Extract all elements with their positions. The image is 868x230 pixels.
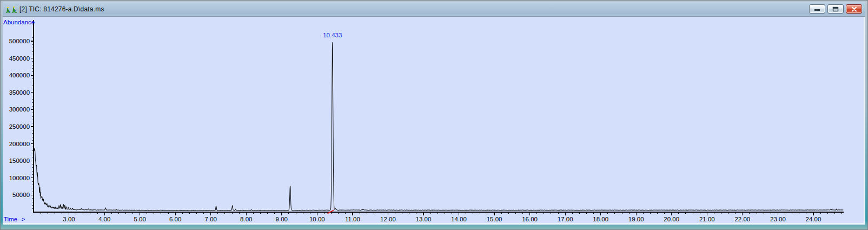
minimize-icon [814,6,820,11]
x-tick-label: 7.00 [205,216,217,222]
x-tick-label: 22.00 [734,216,750,222]
x-tick-label: 16.00 [522,216,538,222]
x-tick-label: 3.00 [63,216,75,222]
tic-trace [34,42,843,211]
x-tick-label: 13.00 [416,216,432,222]
y-tick-label: 150000 [9,157,30,164]
chromatogram-window: [2] TIC: 814276-a.D\data.ms 3.004.005.00… [0,0,868,230]
x-tick-label: 6.00 [169,216,181,222]
window-controls [809,4,862,14]
y-axis-title: Abundance [3,19,35,25]
y-tick-label: 450000 [9,55,30,62]
restore-button[interactable] [827,4,844,14]
window-titlebar[interactable]: [2] TIC: 814276-a.D\data.ms [3,2,865,17]
close-button[interactable] [846,4,862,14]
x-axis-title: Time--> [4,216,25,222]
plot-client-area: 3.004.005.006.007.008.009.0010.0011.0012… [3,17,865,225]
x-tick-label: 4.00 [98,216,110,222]
restore-icon [832,6,839,12]
y-tick-label: 50000 [12,192,30,198]
x-tick-label: 24.00 [806,216,821,222]
x-tick-label: 18.00 [593,216,608,222]
x-tick-label: 23.00 [770,216,786,222]
y-tick-label: 250000 [9,123,30,130]
x-tick-label: 10.00 [309,216,325,222]
x-tick-label: 19.00 [628,216,644,222]
y-tick-label: 200000 [9,141,30,147]
y-tick-label: 300000 [9,106,30,113]
y-tick-label: 350000 [9,89,30,96]
axis-lines [34,20,844,212]
minimize-button[interactable] [809,4,825,14]
x-tick-label: 11.00 [345,216,360,222]
x-tick-label: 12.00 [380,216,396,222]
x-tick-label: 17.00 [558,216,573,222]
chromatogram-icon[interactable] [5,5,17,14]
x-tick-label: 8.00 [240,216,252,222]
peak-retention-label: 10.433 [323,32,342,38]
y-tick-label: 100000 [9,175,30,181]
x-tick-label: 20.00 [664,216,679,222]
chromatogram-plot[interactable]: 3.004.005.006.007.008.009.0010.0011.0012… [3,17,864,223]
x-tick-label: 21.00 [699,216,715,222]
close-icon [851,6,857,12]
y-tick-label: 500000 [9,38,30,44]
y-tick-label: 400000 [9,72,30,78]
window-title: [2] TIC: 814276-a.D\data.ms [19,5,104,13]
x-tick-label: 15.00 [487,216,502,222]
x-tick-label: 9.00 [276,216,288,222]
x-tick-label: 5.00 [134,216,145,222]
x-tick-label: 14.00 [451,216,467,222]
